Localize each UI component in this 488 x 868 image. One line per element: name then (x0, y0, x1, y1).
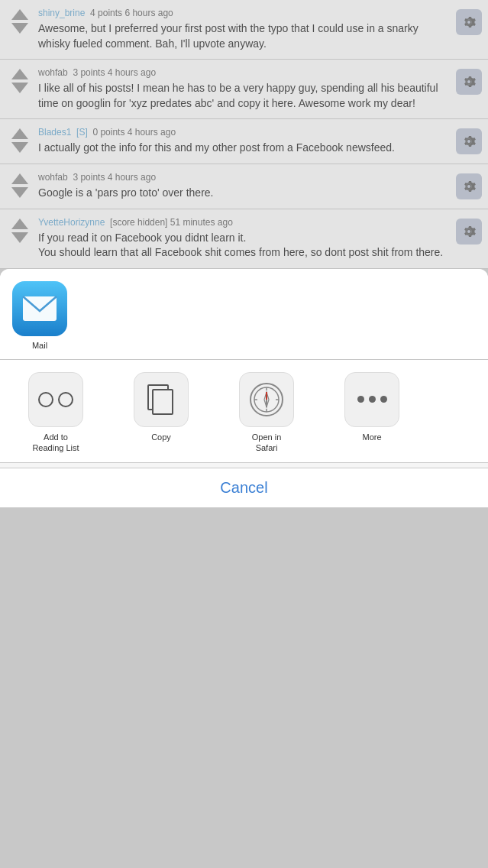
more-label: More (362, 432, 381, 442)
upvote-button[interactable] (11, 173, 28, 184)
action-item-reading-list[interactable]: Add to Reading List (6, 372, 105, 454)
downvote-button[interactable] (11, 187, 28, 198)
comment-badge: [S] (76, 127, 88, 138)
comment-username[interactable]: shiny_brine (38, 8, 85, 18)
comment-body: Blades1 [S] 0 points 4 hours ago I actua… (38, 127, 451, 156)
comment-text: If you read it on Facebook you didnt lea… (38, 231, 451, 261)
gear-icon (461, 74, 477, 89)
comments-section: shiny_brine 4 points 6 hours ago Awesome… (0, 0, 488, 269)
action-item-copy[interactable]: Copy (111, 372, 211, 454)
comment-body: YvetteHorizynne [score hidden] 51 minute… (38, 217, 451, 261)
vote-arrows[interactable] (6, 8, 34, 34)
gear-button[interactable] (456, 219, 482, 245)
comment-body: wohfab 3 points 4 hours ago Google is a … (38, 172, 451, 201)
vote-arrows[interactable] (6, 127, 34, 153)
gear-button[interactable] (456, 128, 482, 154)
dot-1 (357, 396, 364, 403)
vote-arrows[interactable] (6, 217, 34, 243)
gear-icon (461, 134, 477, 149)
dot-3 (380, 396, 387, 403)
compass-icon (253, 386, 280, 413)
gear-icon (461, 15, 477, 30)
upvote-button[interactable] (11, 219, 28, 229)
comment-username[interactable]: YvetteHorizynne (38, 217, 105, 228)
action-item-more[interactable]: More (322, 372, 422, 454)
comment-meta: Blades1 [S] 0 points 4 hours ago (38, 127, 451, 138)
vote-arrows[interactable] (6, 67, 34, 93)
comment-meta: wohfab 3 points 4 hours ago (38, 67, 451, 78)
reading-list-icon-box (28, 372, 83, 427)
mail-app-icon (12, 281, 67, 336)
divider-2 (0, 462, 488, 463)
comment-points: [score hidden] 51 minutes ago (110, 217, 233, 228)
comment-body: shiny_brine 4 points 6 hours ago Awesome… (38, 8, 451, 51)
vote-arrows[interactable] (6, 172, 34, 198)
comment-points: 0 points 4 hours ago (92, 127, 176, 138)
upvote-button[interactable] (11, 128, 28, 139)
comment-points: 3 points 4 hours ago (73, 172, 156, 183)
reading-list-label: Add to Reading List (32, 432, 79, 454)
downvote-button[interactable] (11, 232, 28, 243)
action-row: Add to Reading List Copy (0, 360, 488, 463)
glasses-right-icon (58, 392, 73, 407)
comment-item: wohfab 3 points 4 hours ago Google is a … (0, 164, 488, 209)
upvote-button[interactable] (11, 69, 28, 79)
gear-icon (461, 179, 477, 194)
cancel-button[interactable]: Cancel (12, 479, 476, 497)
copy-icon-box (134, 372, 189, 427)
gear-button[interactable] (456, 9, 482, 35)
action-item-safari[interactable]: Open in Safari (217, 372, 316, 454)
reading-list-icon (38, 392, 73, 407)
comment-text: Google is a 'pars pro toto' over there. (38, 186, 451, 201)
comment-meta: YvetteHorizynne [score hidden] 51 minute… (38, 217, 451, 228)
safari-label: Open in Safari (252, 432, 282, 454)
comment-username: wohfab (38, 67, 68, 78)
safari-icon-box (239, 372, 294, 427)
comment-points: 3 points 4 hours ago (73, 67, 156, 78)
comment-text: I like all of his posts! I mean he has t… (38, 81, 451, 111)
gear-icon (461, 224, 477, 239)
copy-page-front (152, 389, 173, 415)
app-row: Mail (0, 269, 488, 359)
upvote-button[interactable] (11, 9, 28, 20)
comment-meta: shiny_brine 4 points 6 hours ago (38, 8, 451, 18)
mail-app-label: Mail (32, 341, 47, 350)
comment-text: I actually got the info for this and my … (38, 141, 451, 156)
glasses-left-icon (38, 392, 53, 407)
more-dots-icon (357, 396, 387, 403)
downvote-button[interactable] (11, 23, 28, 34)
mail-envelope-icon (22, 296, 57, 322)
gear-button[interactable] (456, 173, 482, 199)
comment-username[interactable]: Blades1 (38, 127, 71, 138)
downvote-button[interactable] (11, 142, 28, 153)
comment-body: wohfab 3 points 4 hours ago I like all o… (38, 67, 451, 111)
app-item-mail[interactable]: Mail (12, 281, 67, 350)
gear-button[interactable] (456, 69, 482, 95)
comment-username: wohfab (38, 172, 68, 183)
downvote-button[interactable] (11, 83, 28, 93)
safari-compass-icon (250, 383, 283, 416)
comment-meta: wohfab 3 points 4 hours ago (38, 172, 451, 183)
dot-2 (369, 396, 376, 403)
copy-label: Copy (151, 432, 171, 442)
copy-icon (147, 384, 175, 415)
comment-item: Blades1 [S] 0 points 4 hours ago I actua… (0, 119, 488, 164)
comment-item: YvetteHorizynne [score hidden] 51 minute… (0, 209, 488, 269)
comment-item: wohfab 3 points 4 hours ago I like all o… (0, 60, 488, 119)
comment-item: shiny_brine 4 points 6 hours ago Awesome… (0, 0, 488, 60)
comment-points: 4 points 6 hours ago (90, 8, 173, 18)
share-sheet: Mail Add to Reading List Copy (0, 269, 488, 508)
cancel-bar: Cancel (0, 468, 488, 507)
more-icon-box (344, 372, 399, 427)
comment-text: Awesome, but I preferred your first post… (38, 21, 451, 51)
